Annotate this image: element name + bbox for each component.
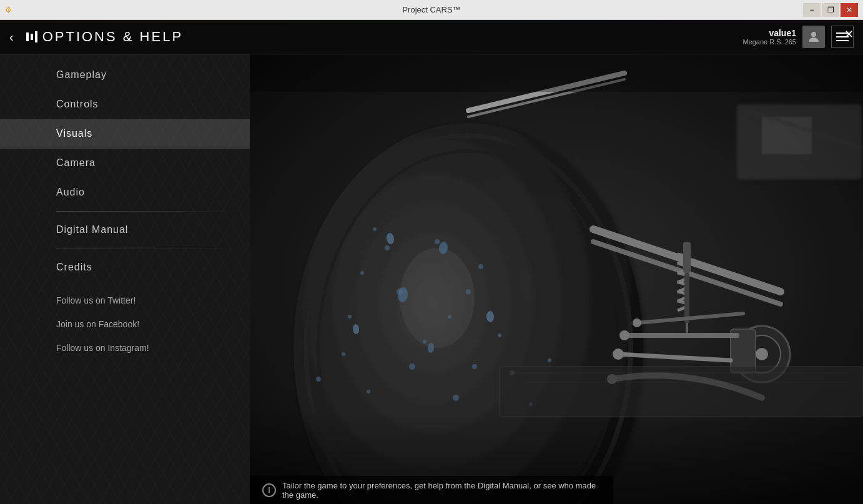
svg-rect-57 (250, 54, 863, 92)
bottom-hint-bar: i Tailor the game to your preferences, g… (250, 476, 613, 504)
app-container: ‹ OPTIONS & HELP value1 Megane R.S. 265 (0, 20, 863, 504)
svg-rect-56 (250, 54, 863, 504)
svg-point-0 (811, 32, 816, 37)
top-bar-left: ‹ OPTIONS & HELP (0, 29, 183, 45)
main-content: Gameplay Controls Visuals Camera Audio D… (0, 54, 863, 504)
user-name: value1 (742, 28, 796, 38)
sidebar-item-audio[interactable]: Audio (0, 178, 250, 207)
sidebar-item-visuals[interactable]: Visuals (0, 119, 250, 149)
sidebar-item-facebook[interactable]: Join us on Facebook! (0, 312, 250, 336)
logo-bar-2 (31, 34, 33, 40)
bg-image (250, 54, 863, 504)
logo-bar-1 (26, 32, 29, 41)
minimize-button[interactable]: − (803, 3, 821, 17)
sms-logo-icon (26, 31, 37, 42)
logo-bar-3 (35, 31, 37, 42)
back-button[interactable]: ‹ (0, 30, 23, 44)
sidebar-item-gameplay[interactable]: Gameplay (0, 61, 250, 90)
sidebar-item-digital-manual[interactable]: Digital Manual (0, 215, 250, 245)
logo-area: OPTIONS & HELP (23, 29, 183, 45)
avatar (802, 26, 825, 48)
car-background-svg (250, 54, 863, 504)
nav-separator-1 (56, 211, 237, 212)
window-close-button[interactable]: ✕ (841, 3, 858, 17)
restore-button[interactable]: ❐ (822, 3, 839, 17)
title-bar: ⚙ Project CARS™ − ❐ ✕ (0, 0, 863, 20)
title-bar-icon: ⚙ (5, 6, 12, 14)
page-title: OPTIONS & HELP (42, 29, 183, 45)
social-section: Follow us on Twitter! Join us on Faceboo… (0, 289, 250, 360)
sidebar-item-twitter[interactable]: Follow us on Twitter! (0, 289, 250, 312)
sidebar-item-controls[interactable]: Controls (0, 90, 250, 119)
sidebar-item-instagram[interactable]: Follow us on Instagram! (0, 336, 250, 360)
user-info: value1 Megane R.S. 265 (742, 28, 796, 46)
sidebar-item-credits[interactable]: Credits (0, 253, 250, 282)
user-car: Megane R.S. 265 (742, 38, 796, 46)
top-bar: ‹ OPTIONS & HELP value1 Megane R.S. 265 (0, 20, 863, 54)
hint-icon: i (262, 483, 276, 497)
hint-text: Tailor the game to your preferences, get… (282, 481, 601, 500)
title-bar-title: Project CARS™ (402, 5, 460, 14)
sidebar-item-camera[interactable]: Camera (0, 149, 250, 178)
title-bar-controls: − ❐ ✕ (803, 3, 858, 17)
nav-list: Gameplay Controls Visuals Camera Audio D… (0, 54, 250, 282)
app-close-button[interactable]: ✕ (839, 25, 858, 44)
bg-area: i Tailor the game to your preferences, g… (250, 54, 863, 504)
nav-separator-2 (56, 249, 237, 249)
sidebar: Gameplay Controls Visuals Camera Audio D… (0, 54, 250, 504)
